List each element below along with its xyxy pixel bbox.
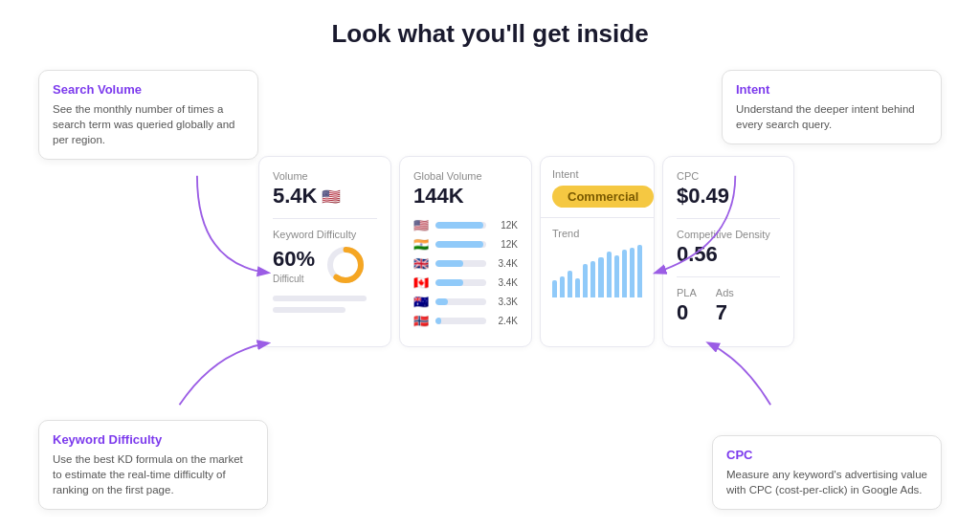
bar-value: 3.3K: [491, 297, 518, 307]
cd-value: 0.56: [677, 242, 780, 277]
page: Look what you'll get inside Search Volum…: [0, 0, 980, 528]
pla-col: PLA 0: [677, 287, 697, 325]
gray-bars: [273, 296, 377, 313]
bar-fill: [435, 279, 463, 286]
country-row: 🇺🇸 12K: [413, 218, 518, 232]
trend-bar: [630, 248, 635, 297]
country-flag: 🇬🇧: [413, 256, 431, 271]
intent-section: Intent Commercial: [541, 157, 654, 218]
trend-section: Trend: [541, 218, 654, 309]
tooltip-kd-desc: Use the best KD formula on the market to…: [53, 451, 254, 497]
card-cpc: CPC $0.49 Competitive Density 0.56 PLA 0…: [662, 156, 794, 347]
trend-bars: [552, 245, 642, 297]
cpc-value: $0.49: [677, 184, 780, 219]
tooltip-cpc: CPC Measure any keyword's advertising va…: [712, 435, 942, 510]
volume-number: 5.4K: [273, 184, 317, 209]
bar-fill: [435, 318, 441, 324]
cpc-label: CPC: [677, 170, 780, 182]
trend-bar: [607, 252, 612, 297]
country-flag: 🇨🇦: [413, 275, 431, 290]
bar-fill: [435, 241, 483, 248]
bar-value: 3.4K: [491, 258, 518, 269]
bar-bg: [435, 241, 486, 248]
bar-fill: [435, 298, 448, 305]
country-row: 🇮🇳 12K: [413, 237, 518, 252]
kd-row: 60% Difficult: [273, 244, 377, 286]
country-row: 🇬🇧 3.4K: [413, 256, 518, 271]
country-row: 🇳🇴 2.4K: [413, 314, 518, 328]
bar-value: 3.4K: [491, 277, 518, 288]
trend-bar: [590, 261, 595, 297]
country-flag: 🇮🇳: [413, 237, 431, 252]
card-volume: Volume 5.4K 🇺🇸 Keyword Difficulty 60% Di…: [258, 156, 391, 347]
ads-value: 7: [716, 300, 734, 325]
bar-value: 2.4K: [491, 316, 518, 326]
global-volume-label: Global Volume: [413, 170, 518, 182]
kd-label: Keyword Difficulty: [273, 229, 377, 240]
intent-label: Intent: [552, 168, 642, 180]
bar-fill: [435, 260, 463, 267]
tooltip-keyword-difficulty: Keyword Difficulty Use the best KD formu…: [38, 420, 268, 510]
trend-label: Trend: [552, 228, 642, 239]
kd-value: 60%: [273, 247, 315, 272]
tooltip-search-volume-desc: See the monthly number of times a search…: [53, 101, 244, 147]
cd-label: Competitive Density: [677, 229, 780, 240]
country-row: 🇦🇺 3.3K: [413, 295, 518, 309]
tooltip-search-volume: Search Volume See the monthly number of …: [38, 70, 258, 160]
bar-bg: [435, 279, 486, 286]
bar-bg: [435, 298, 486, 305]
bar-value: 12K: [491, 220, 518, 231]
tooltip-search-volume-title: Search Volume: [53, 82, 244, 97]
bar-bg: [435, 222, 486, 229]
trend-bar: [622, 250, 627, 297]
bar-bg: [435, 260, 486, 267]
page-title: Look what you'll get inside: [38, 19, 942, 49]
trend-bar: [637, 245, 642, 297]
tooltip-intent-title: Intent: [736, 82, 927, 97]
tooltip-kd-title: Keyword Difficulty: [53, 432, 254, 447]
tooltip-intent-desc: Understand the deeper intent behind ever…: [736, 101, 927, 132]
bar-value: 12K: [491, 239, 518, 250]
country-row: 🇨🇦 3.4K: [413, 275, 518, 290]
country-list: 🇺🇸 12K 🇮🇳 12K 🇬🇧 3.4K 🇨🇦 3.4K 🇦: [413, 218, 518, 328]
country-flag: 🇺🇸: [413, 218, 431, 232]
volume-value: 5.4K 🇺🇸: [273, 184, 377, 209]
trend-bar: [598, 257, 603, 297]
ads-label: Ads: [716, 287, 734, 298]
pla-ads-row: PLA 0 Ads 7: [677, 287, 780, 325]
card-intent-trend: Intent Commercial Trend: [540, 156, 655, 347]
trend-bar: [614, 255, 619, 297]
pla-label: PLA: [677, 287, 697, 298]
trend-bar: [575, 278, 580, 297]
tooltip-cpc-desc: Measure any keyword's advertising value …: [726, 467, 927, 497]
country-flag: 🇦🇺: [413, 295, 431, 309]
country-flag: 🇳🇴: [413, 314, 431, 328]
ads-col: Ads 7: [716, 287, 734, 325]
trend-bar: [568, 271, 572, 297]
tooltip-cpc-title: CPC: [726, 448, 927, 462]
kd-sub: Difficult: [273, 274, 315, 284]
bar-fill: [435, 222, 483, 229]
tooltip-intent: Intent Understand the deeper intent behi…: [722, 70, 942, 144]
kd-donut: [324, 244, 367, 286]
trend-bar: [552, 280, 557, 297]
pla-value: 0: [677, 300, 697, 325]
trend-bar: [560, 276, 565, 297]
bar-bg: [435, 318, 486, 324]
volume-label: Volume: [273, 170, 377, 182]
volume-flag: 🇺🇸: [322, 187, 341, 206]
trend-bar: [583, 264, 588, 297]
cards-container: Volume 5.4K 🇺🇸 Keyword Difficulty 60% Di…: [258, 156, 794, 347]
intent-badge: Commercial: [552, 186, 654, 208]
card-global-volume: Global Volume 144K 🇺🇸 12K 🇮🇳 12K 🇬🇧 3.4K…: [399, 156, 532, 347]
global-volume-value: 144K: [413, 184, 518, 209]
